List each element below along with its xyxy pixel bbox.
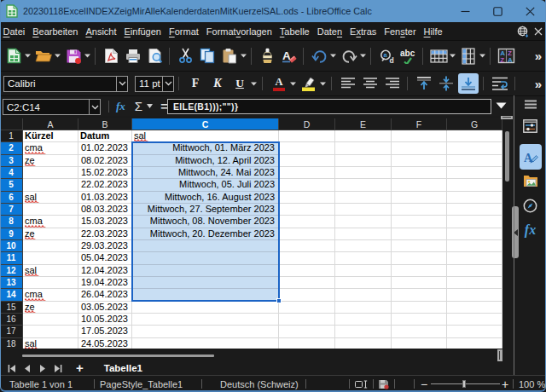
sheet-tab-tabelle1[interactable]: Tabelle1 <box>96 361 151 375</box>
cell-B7[interactable]: 08.03.2023 <box>78 204 132 216</box>
cell-D9[interactable] <box>279 228 335 240</box>
cell-F2[interactable] <box>392 142 447 154</box>
cell-B8[interactable]: 15.03.2023 <box>78 216 132 228</box>
undo-dropdown[interactable] <box>329 54 337 58</box>
cell-G5[interactable] <box>447 179 502 191</box>
font-name-combo[interactable]: Calibri <box>3 76 128 92</box>
new-spreadsheet-button[interactable] <box>3 45 24 67</box>
globe-update-icon[interactable] <box>517 26 529 37</box>
cell-A12[interactable]: sal <box>23 265 78 277</box>
cell-A18[interactable]: sal <box>23 338 78 349</box>
selection-mode-icon[interactable] <box>355 376 369 392</box>
cell-A15[interactable]: ze <box>23 302 78 314</box>
cell-C10[interactable] <box>132 240 279 252</box>
cell-A2[interactable]: cma <box>23 142 78 154</box>
cell-E9[interactable] <box>335 228 392 240</box>
cell-C16[interactable] <box>132 314 279 326</box>
underline-button[interactable]: U <box>229 73 250 94</box>
cell-F9[interactable] <box>392 228 447 240</box>
menu-ansicht[interactable]: Ansicht <box>82 25 120 38</box>
column-header-a[interactable]: A <box>23 118 78 130</box>
sort-button[interactable]: AZZA <box>496 45 516 67</box>
cell-G9[interactable] <box>447 228 502 240</box>
cell-A9[interactable]: ze <box>23 228 78 240</box>
redo-dropdown[interactable] <box>359 54 367 58</box>
spreadsheet-grid[interactable]: ABCDEFG1KürzelDatumsal2cma01.02.2023Mitt… <box>0 118 502 349</box>
open-button[interactable] <box>33 45 54 67</box>
cell-E15[interactable] <box>335 302 392 314</box>
row-header-17[interactable]: 17 <box>0 326 23 337</box>
sidebar-navigator-button[interactable] <box>520 197 541 214</box>
vertical-scrollbar[interactable] <box>505 131 509 182</box>
menu-fenster[interactable]: Fenster <box>380 25 420 38</box>
font-size-dropdown[interactable] <box>162 77 173 91</box>
row-header-18[interactable]: 18 <box>0 338 23 349</box>
cell-G18[interactable] <box>447 338 502 349</box>
cell-B13[interactable]: 19.04.2023 <box>78 277 132 289</box>
previous-sheet-icon[interactable] <box>24 365 31 372</box>
cell-F3[interactable] <box>392 155 447 167</box>
italic-button[interactable]: K <box>207 73 228 94</box>
cell-E7[interactable] <box>335 204 392 216</box>
cell-F15[interactable] <box>392 302 447 314</box>
zoom-in-button[interactable]: + <box>502 376 508 392</box>
align-right-button[interactable] <box>382 73 403 94</box>
row-header-4[interactable]: 4 <box>0 167 23 179</box>
row-header-2[interactable]: 2 <box>0 142 23 154</box>
cell-F6[interactable] <box>392 192 447 204</box>
row-header-8[interactable]: 8 <box>0 216 23 228</box>
align-center-button[interactable] <box>360 73 380 94</box>
column-header-e[interactable]: E <box>335 118 392 130</box>
cell-D3[interactable] <box>279 155 335 167</box>
row-header-5[interactable]: 5 <box>0 179 23 191</box>
cell-G10[interactable] <box>447 240 502 252</box>
zoom-slider-thumb[interactable] <box>462 380 466 388</box>
menu-formatvorlagen[interactable]: Formatvorlagen <box>202 25 276 38</box>
cell-D10[interactable] <box>279 240 335 252</box>
cell-G2[interactable] <box>447 142 502 154</box>
row-header-14[interactable]: 14 <box>0 289 23 301</box>
cell-D8[interactable] <box>279 216 335 228</box>
cell-B4[interactable]: 15.02.2023 <box>78 167 132 179</box>
cell-F10[interactable] <box>392 240 447 252</box>
cell-C2[interactable]: Mittwoch, 01. März 2023 <box>132 142 279 154</box>
cell-E14[interactable] <box>335 289 392 301</box>
insert-column-dropdown[interactable] <box>479 54 486 58</box>
row-header-9[interactable]: 9 <box>0 228 23 240</box>
row-header-12[interactable]: 12 <box>0 265 23 277</box>
cell-D11[interactable] <box>279 252 335 264</box>
next-sheet-icon[interactable] <box>39 365 46 372</box>
column-header-f[interactable]: F <box>392 118 447 130</box>
cell-B11[interactable]: 05.04.2023 <box>78 252 132 264</box>
cell-C1[interactable]: sal <box>132 130 279 142</box>
cell-E18[interactable] <box>335 338 392 349</box>
first-sheet-icon[interactable] <box>8 365 15 372</box>
cell-F11[interactable] <box>392 252 447 264</box>
sidebar-properties-button[interactable] <box>520 118 541 135</box>
cell-A17[interactable] <box>23 326 78 337</box>
cell-E8[interactable] <box>335 216 392 228</box>
cell-E5[interactable] <box>335 179 392 191</box>
print-preview-button[interactable] <box>145 45 166 67</box>
cell-B18[interactable]: 24.05.2023 <box>78 338 132 349</box>
cell-F17[interactable] <box>392 326 447 337</box>
font-color-dropdown[interactable] <box>289 82 297 86</box>
cell-E10[interactable] <box>335 240 392 252</box>
copy-button[interactable] <box>197 45 218 67</box>
horizontal-split-handle[interactable] <box>497 349 502 361</box>
cell-E17[interactable] <box>335 326 392 337</box>
insert-row-dropdown[interactable] <box>449 54 456 58</box>
spelling-button[interactable]: abc <box>398 45 419 67</box>
cell-C9[interactable]: Mittwoch, 20. Dezember 2023 <box>132 228 279 240</box>
cell-F1[interactable] <box>392 130 447 142</box>
cell-D2[interactable] <box>279 142 335 154</box>
sum-button[interactable]: Σ <box>135 99 142 113</box>
paste-dropdown[interactable] <box>240 54 247 58</box>
cell-C4[interactable]: Mittwoch, 24. Mai 2023 <box>132 167 279 179</box>
cell-A8[interactable]: cma <box>23 216 78 228</box>
cell-A7[interactable] <box>23 204 78 216</box>
vertical-split-handle[interactable] <box>501 116 513 119</box>
sum-dropdown[interactable] <box>147 104 153 108</box>
highlight-color-dropdown[interactable] <box>319 82 327 86</box>
cell-E3[interactable] <box>335 155 392 167</box>
